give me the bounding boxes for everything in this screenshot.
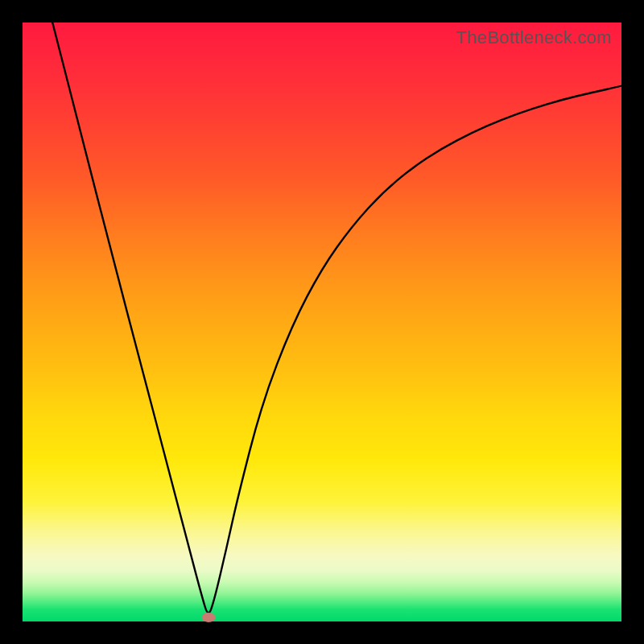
chart-frame: TheBottleneck.com	[0, 0, 644, 644]
bottleneck-curve	[23, 23, 621, 621]
minimum-marker	[201, 613, 215, 622]
plot-area: TheBottleneck.com	[23, 23, 621, 621]
